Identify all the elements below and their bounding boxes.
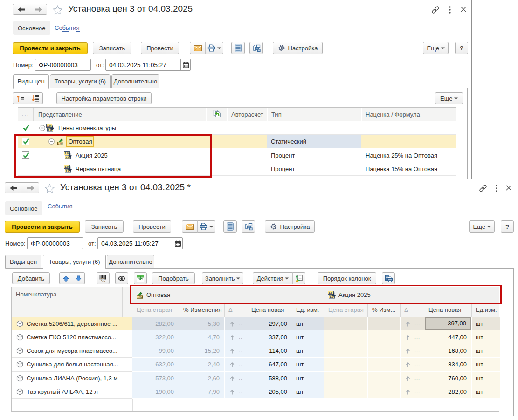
svg-text:1.9: 1.9 xyxy=(47,124,51,127)
